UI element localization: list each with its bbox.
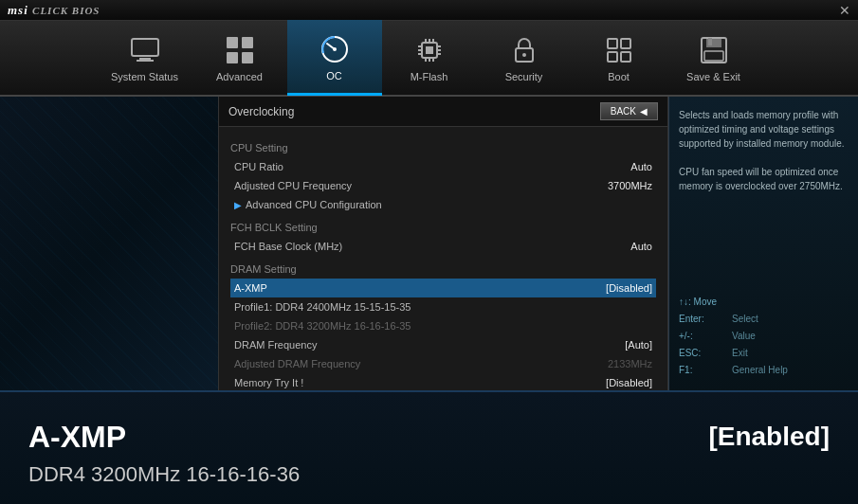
row-profile1[interactable]: Profile1: DDR4 2400MHz 15-15-15-35: [230, 297, 656, 316]
app-logo: msi CLICK BIOS: [8, 3, 100, 18]
row-adjusted-cpu-freq: Adjusted CPU Frequency 3700MHz: [230, 176, 656, 195]
chip-icon: [412, 33, 447, 67]
svg-rect-0: [132, 39, 158, 56]
nav-item-advanced[interactable]: Advanced: [192, 20, 287, 96]
svg-rect-4: [242, 37, 253, 48]
close-button[interactable]: ✕: [839, 4, 850, 17]
center-panel: Overclocking BACK ◀ CPU Setting CPU Rati…: [218, 97, 668, 390]
bottom-strip: A-XMP [Enabled] DDR4 3200MHz 16-16-16-36: [0, 390, 858, 504]
svg-rect-1: [139, 58, 151, 60]
hint-select: Enter: Select: [679, 311, 849, 328]
svg-rect-31: [708, 38, 712, 45]
back-button[interactable]: BACK ◀: [600, 102, 658, 120]
lock-icon: [507, 33, 541, 67]
row-dram-freq[interactable]: DRAM Frequency [Auto]: [230, 335, 656, 354]
svg-rect-28: [621, 52, 630, 62]
nav-label-m-flash: M-Flash: [411, 71, 448, 82]
svg-rect-27: [608, 52, 617, 62]
section-dram: DRAM Setting: [230, 263, 656, 275]
nav-label-advanced: Advanced: [216, 71, 263, 82]
svg-rect-32: [704, 51, 723, 61]
panel-header: Overclocking BACK ◀: [219, 97, 667, 127]
bottom-title-row: A-XMP [Enabled]: [28, 420, 830, 455]
info-text: Selects and loads memory profile with op…: [679, 108, 849, 193]
svg-rect-10: [426, 46, 433, 54]
title-bar: msi CLICK BIOS ✕: [0, 0, 858, 21]
svg-point-8: [333, 47, 337, 51]
boot-icon: [602, 33, 636, 67]
hint-help: F1: General Help: [679, 362, 849, 379]
svg-rect-6: [242, 52, 253, 63]
svg-rect-25: [608, 39, 617, 48]
row-axmp[interactable]: A-XMP [Disabled]: [230, 279, 656, 297]
nav-label-oc: OC: [326, 70, 342, 81]
main-content: Overclocking BACK ◀ CPU Setting CPU Rati…: [0, 97, 858, 390]
enabled-badge: [Enabled]: [708, 422, 830, 452]
speedometer-icon: [318, 32, 352, 66]
row-profile2[interactable]: Profile2: DDR4 3200MHz 16-16-16-35: [230, 316, 656, 335]
svg-point-24: [522, 53, 526, 57]
grid-icon: [223, 33, 257, 67]
hint-move: ↑↓: Move: [679, 294, 849, 311]
svg-rect-5: [227, 52, 238, 63]
nav-item-boot[interactable]: Boot: [572, 20, 666, 96]
nav-label-security: Security: [505, 71, 543, 82]
monitor-icon: [128, 33, 162, 67]
nav-item-system-status[interactable]: System Status: [98, 20, 192, 96]
left-decoration: [0, 97, 218, 390]
nav-item-security[interactable]: Security: [477, 20, 572, 96]
row-advanced-cpu-config[interactable]: ▶ Advanced CPU Configuration: [230, 195, 656, 214]
section-cpu-setting: CPU Setting: [230, 142, 656, 153]
row-memory-try-it[interactable]: Memory Try It ! [Disabled]: [230, 373, 656, 390]
svg-rect-2: [137, 60, 154, 62]
svg-rect-3: [227, 37, 238, 48]
right-info-panel: Selects and loads memory profile with op…: [668, 97, 858, 390]
row-fch-base-clock[interactable]: FCH Base Clock (MHz) Auto: [230, 237, 656, 256]
nav-label-boot: Boot: [608, 71, 630, 82]
section-fch-bclk: FCH BCLK Setting: [230, 222, 656, 233]
nav-bar: System Status Advanced OC: [0, 21, 858, 97]
nav-item-save-exit[interactable]: Save & Exit: [666, 20, 761, 96]
panel-title: Overclocking: [228, 105, 294, 118]
nav-item-oc[interactable]: OC: [287, 20, 382, 96]
row-cpu-ratio[interactable]: CPU Ratio Auto: [230, 157, 656, 176]
floppy-icon: [697, 33, 731, 67]
bottom-subtitle: DDR4 3200MHz 16-16-16-36: [28, 462, 830, 487]
nav-hints: ↑↓: Move Enter: Select +/-: Value ESC: E…: [679, 294, 849, 379]
nav-label-save-exit: Save & Exit: [686, 71, 740, 82]
hint-value: +/-: Value: [679, 328, 849, 345]
svg-rect-26: [621, 39, 630, 48]
row-adjusted-dram-freq: Adjusted DRAM Frequency 2133MHz: [230, 354, 656, 373]
nav-item-m-flash[interactable]: M-Flash: [382, 20, 477, 96]
nav-label-system-status: System Status: [111, 71, 178, 82]
hint-exit: ESC: Exit: [679, 345, 849, 362]
bottom-axmp-label: A-XMP: [28, 420, 126, 455]
panel-body[interactable]: CPU Setting CPU Ratio Auto Adjusted CPU …: [219, 127, 667, 390]
